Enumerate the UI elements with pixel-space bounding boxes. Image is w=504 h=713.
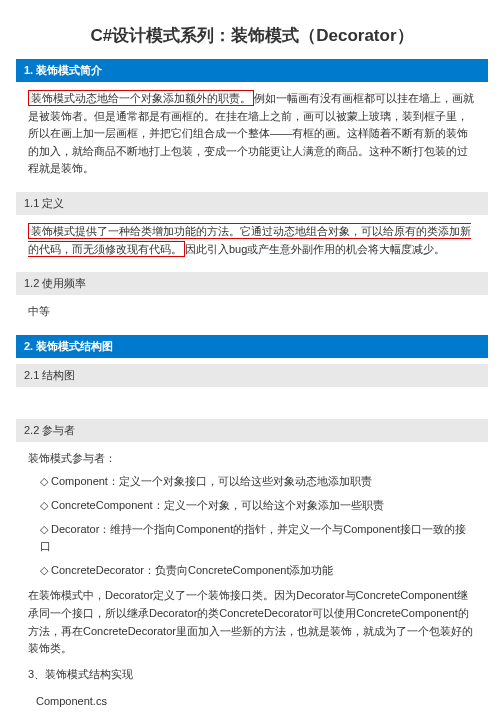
section-1-body: 装饰模式动态地给一个对象添加额外的职责。例如一幅画有没有画框都可以挂在墙上，画就…: [16, 82, 488, 186]
section-1-1-body: 装饰模式提供了一种给类增加功能的方法。它通过动态地组合对象，可以给原有的类添加新…: [16, 215, 488, 266]
item-decorator: ◇ Decorator：维持一个指向Component的指针，并定义一个与Com…: [28, 521, 476, 556]
page-title: C#设计模式系列：装饰模式（Decorator）: [16, 24, 488, 47]
section-1-2: 1.2 使用频率: [16, 272, 488, 295]
section-1-header: 1. 装饰模式简介: [16, 59, 488, 82]
item-component: ◇ Component：定义一个对象接口，可以给这些对象动态地添加职责: [28, 473, 476, 491]
item-concrete-decorator: ◇ ConcreteDecorator：负责向ConcreteComponent…: [28, 562, 476, 580]
item-concrete-component: ◇ ConcreteComponent：定义一个对象，可以给这个对象添加一些职责: [28, 497, 476, 515]
section-3-header: 3、装饰模式结构实现: [16, 666, 488, 692]
section-1-1: 1.1 定义: [16, 192, 488, 215]
section-2-2-body: 装饰模式参与者： ◇ Component：定义一个对象接口，可以给这些对象动态地…: [16, 442, 488, 666]
highlight-box-1: 装饰模式动态地给一个对象添加额外的职责。: [28, 90, 254, 106]
participants-summary: 在装饰模式中，Decorator定义了一个装饰接口类。因为Decorator与C…: [28, 587, 476, 657]
section-2-2: 2.2 参与者: [16, 419, 488, 442]
section-1-2-body: 中等: [16, 295, 488, 329]
participants-label: 装饰模式参与者：: [28, 450, 476, 468]
section-2-1: 2.1 结构图: [16, 364, 488, 387]
file-label-1: Component.cs: [16, 691, 488, 711]
p11b-text: 因此引入bug或产生意外副作用的机会将大幅度减少。: [185, 243, 445, 255]
section-2-header: 2. 装饰模式结构图: [16, 335, 488, 358]
diagram-placeholder: [16, 387, 488, 413]
